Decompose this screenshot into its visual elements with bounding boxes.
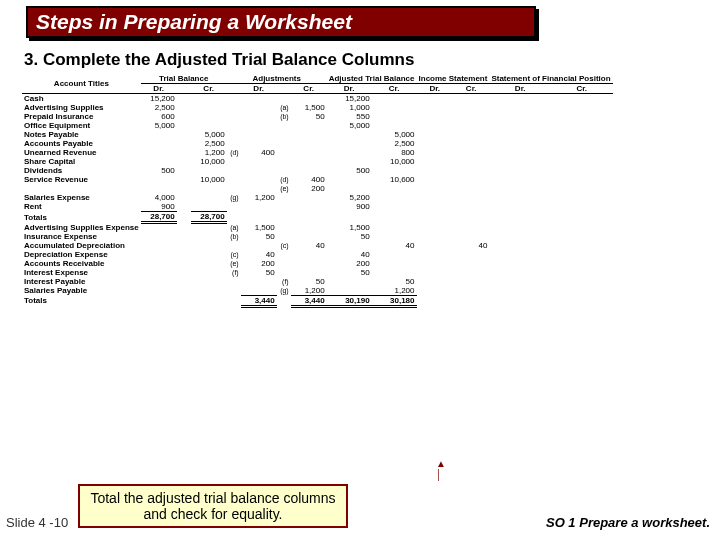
grp-sofp: Statement of Financial Position: [489, 74, 612, 84]
col-dr: Dr.: [489, 84, 551, 94]
table-row: Insurance Expense(b)5050: [22, 232, 613, 241]
grp-atb: Adjusted Trial Balance: [327, 74, 417, 84]
table-row: (e)200: [22, 184, 613, 193]
note-box: Total the adjusted trial balance columns…: [78, 484, 348, 528]
slide-number: Slide 4 -10: [6, 516, 68, 530]
col-account: Account Titles: [22, 74, 141, 94]
table-row: Share Capital10,00010,000: [22, 157, 613, 166]
table-row: Cash15,20015,200: [22, 94, 613, 104]
table-row: Advertising Supplies Expense(a)1,5001,50…: [22, 223, 613, 232]
col-dr: Dr.: [141, 84, 177, 94]
slide-title: Steps in Preparing a Worksheet: [26, 6, 536, 38]
col-cr: Cr.: [191, 84, 227, 94]
col-dr: Dr.: [417, 84, 453, 94]
grp-adj: Adjustments: [227, 74, 327, 84]
table-row: Accumulated Depreciation(c)404040: [22, 241, 613, 250]
table-row: Salaries Expense4,000(g)1,2005,200: [22, 193, 613, 202]
table-row: Accounts Payable2,5002,500: [22, 139, 613, 148]
table-row: Salaries Payable(g)1,2001,200: [22, 286, 613, 296]
table-row: Prepaid Insurance600(b)50550: [22, 112, 613, 121]
worksheet-table: Account Titles Trial Balance Adjustments…: [22, 74, 613, 308]
table-row: Accounts Receivable(e)200200: [22, 259, 613, 268]
table-row: Depreciation Expense(c)4040: [22, 250, 613, 259]
table-row: Interest Expense(f)5050: [22, 268, 613, 277]
table-row: Totals28,70028,700: [22, 212, 613, 223]
col-cr: Cr.: [551, 84, 613, 94]
col-cr: Cr.: [453, 84, 489, 94]
table-row: Interest Payable(f)5050: [22, 277, 613, 286]
table-row: Unearned Revenue1,200(d)400800: [22, 148, 613, 157]
col-dr: Dr.: [327, 84, 372, 94]
table-row: Rent900900: [22, 202, 613, 212]
col-cr: Cr.: [291, 84, 327, 94]
table-row: Service Revenue10,000(d)40010,600: [22, 175, 613, 184]
table-row: Notes Payable5,0005,000: [22, 130, 613, 139]
table-row: Dividends500500: [22, 166, 613, 175]
table-row: Totals3,4403,44030,19030,180: [22, 295, 613, 306]
table-row: Advertising Supplies2,500(a)1,5001,000: [22, 103, 613, 112]
col-cr: Cr.: [372, 84, 417, 94]
table-row: Office Equipment5,0005,000: [22, 121, 613, 130]
study-objective: SO 1 Prepare a worksheet.: [546, 515, 710, 530]
arrow-icon: ▲│: [436, 458, 446, 480]
grp-tb: Trial Balance: [141, 74, 227, 84]
grp-is: Income Statement: [417, 74, 490, 84]
col-dr: Dr.: [241, 84, 277, 94]
slide-subhead: 3. Complete the Adjusted Trial Balance C…: [24, 50, 720, 70]
